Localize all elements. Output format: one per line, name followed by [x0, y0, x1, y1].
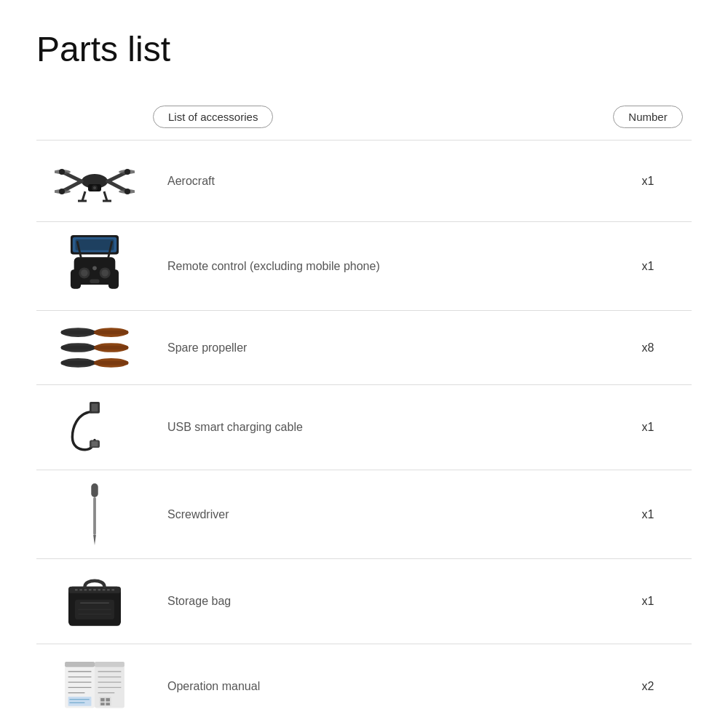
svg-point-27 [81, 269, 87, 276]
svg-line-17 [104, 191, 107, 201]
svg-rect-22 [76, 240, 114, 250]
remote-count: x1 [604, 260, 692, 273]
table-row: Operation manual x2 [36, 644, 692, 728]
usb-label: USB smart charging cable [153, 421, 604, 434]
table-row: Aerocraft x1 [36, 140, 692, 221]
screwdriver-image [36, 483, 153, 545]
svg-point-15 [93, 186, 96, 189]
svg-rect-47 [92, 404, 98, 412]
svg-rect-44 [61, 361, 95, 365]
svg-rect-45 [94, 361, 128, 365]
svg-point-29 [101, 269, 108, 276]
aerocraft-label: Aerocraft [153, 175, 604, 188]
svg-point-10 [124, 169, 130, 175]
table-row: Screwdriver x1 [36, 470, 692, 558]
header-accessories: List of accessories [153, 106, 604, 128]
remote-image [36, 235, 153, 297]
remote-label: Remote control (excluding mobile phone) [153, 260, 604, 273]
usb-count: x1 [604, 421, 692, 434]
accessories-badge: List of accessories [153, 106, 273, 128]
svg-rect-37 [94, 331, 128, 334]
svg-rect-51 [91, 483, 98, 497]
propeller-label: Spare propeller [153, 341, 604, 355]
svg-rect-80 [68, 697, 92, 706]
svg-rect-62 [95, 662, 124, 667]
table-row: Spare propeller x8 [36, 310, 692, 384]
header-number: Number [604, 106, 692, 128]
table-row: USB smart charging cable x1 [36, 384, 692, 470]
manual-image [36, 657, 153, 716]
svg-point-12 [124, 189, 130, 194]
parts-table: List of accessories Number [36, 98, 692, 728]
manual-count: x2 [604, 680, 692, 693]
svg-rect-49 [92, 441, 98, 446]
svg-rect-36 [61, 331, 95, 334]
usb-image [36, 398, 153, 456]
svg-rect-72 [106, 703, 109, 705]
propeller-image [36, 324, 153, 371]
page-title: Parts list [36, 29, 692, 69]
propeller-count: x8 [604, 341, 692, 355]
number-badge: Number [613, 106, 682, 128]
svg-rect-40 [61, 346, 95, 349]
svg-point-11 [59, 189, 65, 194]
aerocraft-count: x1 [604, 175, 692, 188]
svg-marker-53 [93, 535, 96, 545]
svg-rect-70 [106, 698, 109, 702]
bag-image [36, 572, 153, 630]
bag-count: x1 [604, 595, 692, 608]
svg-rect-41 [94, 346, 128, 349]
manual-label: Operation manual [153, 680, 604, 693]
svg-point-9 [59, 169, 65, 175]
table-row: Storage bag x1 [36, 558, 692, 644]
svg-rect-31 [90, 279, 99, 283]
bag-label: Storage bag [153, 595, 604, 608]
screwdriver-label: Screwdriver [153, 508, 604, 521]
svg-rect-71 [100, 703, 104, 705]
aerocraft-image [36, 154, 153, 208]
svg-line-16 [82, 191, 85, 201]
table-header: List of accessories Number [80, 98, 692, 140]
table-row: Remote control (excluding mobile phone) … [36, 221, 692, 310]
svg-rect-74 [65, 662, 95, 667]
screwdriver-count: x1 [604, 508, 692, 521]
svg-rect-69 [100, 698, 104, 702]
svg-point-30 [92, 266, 97, 271]
svg-rect-52 [93, 497, 96, 535]
